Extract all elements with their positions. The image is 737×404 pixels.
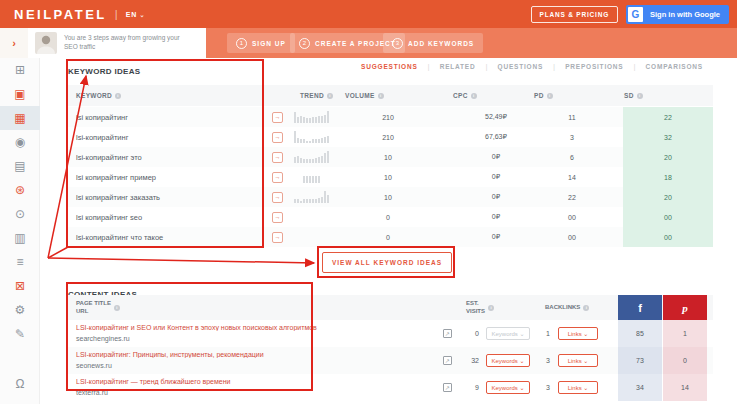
volume-cell: 10 [358,147,418,167]
sidebar-item-keyword-lists[interactable]: ◉ [0,130,40,154]
sd-cell: 00 [623,207,713,227]
google-icon: G [628,7,643,22]
keyword-cell: lsi копирайтинг seo [76,207,142,227]
content-url: searchengines.ru [76,335,130,342]
col-volume: VOLUMEi [345,85,384,106]
keywords-dropdown[interactable]: Keywords ⌄ [486,381,530,394]
site-structure-icon: ≡ [16,256,23,268]
step-label: SIGN UP [252,40,286,47]
col-pd: PDi [534,85,553,106]
cpc-cell: 0₽ [466,207,526,227]
sd-cell: 22 [623,107,713,127]
col-sd: SDi [624,85,643,106]
keywords-dropdown[interactable]: Keywords ⌄ [486,354,530,367]
trend-sparkline [294,151,334,163]
content-title-link[interactable]: LSI-копирайтинг: Принципы, инструменты, … [76,351,406,358]
tab-related[interactable]: RELATED [430,63,486,70]
external-link-icon[interactable]: ↗ [443,356,452,365]
copy-keyword-icon[interactable]: → [272,132,283,143]
content-table-header: PAGE TITLEURL i EST.VISITS i BACKLINKSi … [68,295,713,320]
links-dropdown[interactable]: Links ⌄ [558,327,598,340]
content-ideas-icon: ▤ [14,160,25,172]
sidebar-item-site-structure[interactable]: ≡ [0,250,40,274]
trend-sparkline [294,131,334,143]
content-row: LSI-копирайтинг — тренд ближайшего време… [68,374,713,401]
keyword-cell: lsi-копирайтинг [76,127,128,147]
neilpatel-logo[interactable]: NEILPATEL [14,7,107,22]
facebook-shares-cell: 85 [618,320,662,347]
trend-sparkline [294,111,334,123]
step-label: ADD KEYWORDS [408,40,474,47]
keyword-tabs: SUGGESTIONS| RELATED| QUESTIONS| PREPOSI… [351,62,713,71]
sidebar-item-editor[interactable]: ✎ [0,322,40,346]
content-url: seonews.ru [76,362,112,369]
sidebar-item-content-ideas[interactable]: ▤ [0,154,40,178]
chevron-right-icon: › [12,37,16,49]
info-icon: i [547,93,553,99]
content-title-link[interactable]: LSI-копирайтинг — тренд ближайшего време… [76,378,406,385]
copy-keyword-icon[interactable]: → [272,212,283,223]
language-selector[interactable]: EN⌄ [126,11,146,18]
copy-keyword-icon[interactable]: → [272,232,283,243]
keywords-dropdown[interactable]: Keywords ⌄ [486,327,530,340]
plans-pricing-button[interactable]: PLANS & PRICING [531,6,618,23]
keyword-ideas-title: KEYWORD IDEAS [68,67,140,76]
info-icon: i [488,305,494,311]
traffic-overview-icon: ▣ [14,88,25,100]
sidebar-item-traffic-overview[interactable]: ▣ [0,82,40,106]
sidebar-item-dashboard[interactable]: ⊞ [0,58,40,82]
sidebar-item-competitors[interactable]: ⊛ [0,178,40,202]
headphones-icon: Ω [16,378,25,390]
tab-comparisons[interactable]: COMPARISONS [636,63,713,70]
header-divider: | [115,8,118,20]
content-title-link[interactable]: LSI-копирайтинг и SEO или Контент в эпох… [76,324,406,331]
pinterest-shares-cell: 1 [663,320,707,347]
sidebar-item-site-audit[interactable]: ⊠ [0,274,40,298]
external-link-icon[interactable]: ↗ [443,383,452,392]
backlinks-icon: ⚙ [15,304,26,316]
copy-keyword-icon[interactable]: → [272,192,283,203]
cpc-cell: 52,49₽ [466,107,526,127]
keyword-cell: lsi копирайтинг пример [76,167,156,187]
pd-cell: 3 [542,127,602,147]
sidebar-item-history[interactable]: ⊙ [0,202,40,226]
sidebar-item-rank-tracking[interactable]: ▥ [0,226,40,250]
sd-cell: 20 [623,147,713,167]
keyword-cell: lsi копирайтинг заказать [76,187,160,207]
sidebar-item-keyword-ideas[interactable]: ▦ [0,106,40,130]
pinterest-shares-cell: 0 [663,347,707,374]
est-visits-cell: 0 [461,320,479,347]
content-url: texterra.ru [76,389,108,396]
keyword-row: lsi-копирайтинг что такое→00₽0000 [68,227,713,247]
expand-strip[interactable]: › [0,28,28,58]
copy-keyword-icon[interactable]: → [272,172,283,183]
external-link-icon[interactable]: ↗ [443,329,452,338]
copy-keyword-icon[interactable]: → [272,112,283,123]
step-add-keywords[interactable]: 3 ADD KEYWORDS [383,33,483,53]
links-dropdown[interactable]: Links ⌄ [558,381,598,394]
sidebar-item-backlinks[interactable]: ⚙ [0,298,40,322]
sidebar-item-support[interactable]: Ω [0,372,40,396]
step-sign-up[interactable]: 1 SIGN UP [227,33,295,53]
volume-cell: 10 [358,187,418,207]
google-signin-button[interactable]: G Sign in with Google [626,5,729,24]
content-ideas-section: CONTENT IDEAS PAGE TITLEURL i EST.VISITS… [68,283,713,404]
links-dropdown[interactable]: Links ⌄ [558,354,598,367]
copy-keyword-icon[interactable]: → [272,152,283,163]
facebook-shares-cell: 73 [618,347,662,374]
col-keyword: KEYWORDi [76,85,121,106]
tab-suggestions[interactable]: SUGGESTIONS [351,63,427,70]
tab-questions[interactable]: QUESTIONS [488,63,553,70]
cpc-cell: 0₽ [466,187,526,207]
col-cpc: CPCi [453,85,477,106]
step-number: 3 [392,38,403,49]
view-all-keyword-ideas-button[interactable]: VIEW ALL KEYWORD IDEAS [322,252,452,273]
google-signin-label: Sign in with Google [643,10,727,19]
sd-cell: 18 [623,167,713,187]
col-trend: TRENDi [300,85,333,106]
cpc-cell: 0₽ [466,147,526,167]
volume-cell: 10 [358,167,418,187]
pinterest-icon: p [663,295,707,320]
keyword-row: lsi копирайтинг→21052,49₽1122 [68,107,713,127]
tab-prepositions[interactable]: PREPOSITIONS [555,63,633,70]
